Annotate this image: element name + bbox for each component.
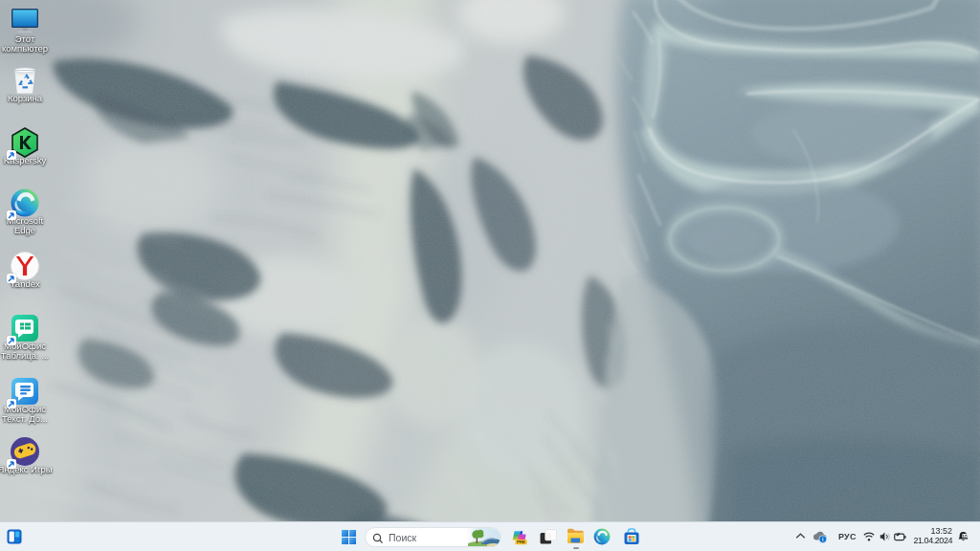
svg-text:PRE: PRE	[517, 540, 525, 544]
svg-text:17: 17	[962, 534, 967, 539]
